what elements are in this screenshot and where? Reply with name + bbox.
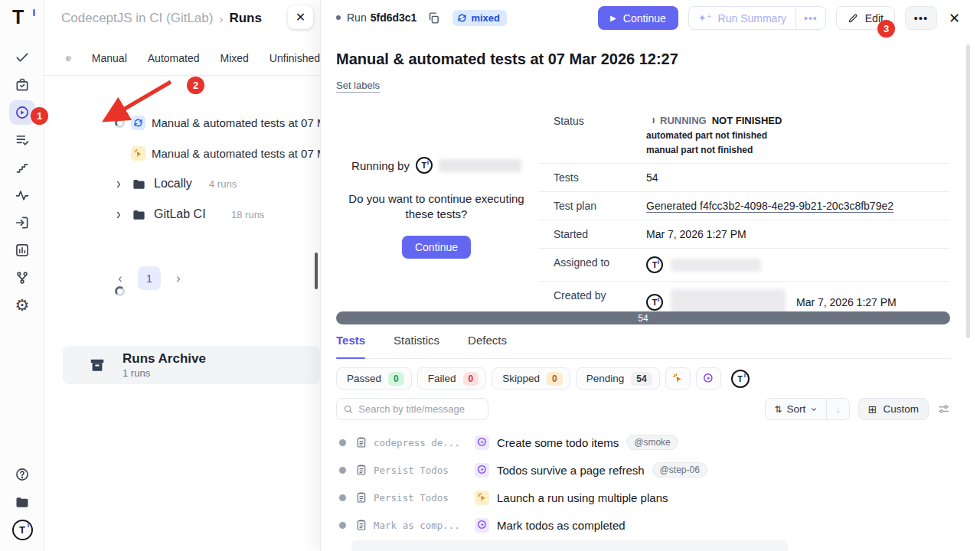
sidebar-item-test-plans[interactable] xyxy=(9,73,35,97)
test-row[interactable]: codepress de... Create some todo items @… xyxy=(336,429,965,456)
test-tag[interactable]: @smoke xyxy=(626,435,678,450)
more-actions-button[interactable]: ••• xyxy=(905,6,937,30)
pulse-icon xyxy=(15,187,30,203)
filter-automated-type[interactable] xyxy=(696,367,721,390)
run-summary-more-icon[interactable]: ••• xyxy=(795,7,825,29)
copy-icon xyxy=(427,11,440,24)
avatar: T xyxy=(646,256,663,273)
filter-passed[interactable]: Passed 0 xyxy=(336,367,412,390)
tests-label: Tests xyxy=(538,164,646,191)
page-number[interactable]: 1 xyxy=(138,266,161,290)
automated-icon xyxy=(703,373,714,384)
tab-tests[interactable]: Tests xyxy=(336,334,365,358)
sliders-icon[interactable] xyxy=(937,403,950,416)
run-list-item[interactable]: Manual & automated tests at 07 Mar 202 xyxy=(44,139,320,168)
sidebar-item-help[interactable] xyxy=(9,462,35,487)
automated-icon xyxy=(475,518,489,533)
chevron-down-icon xyxy=(810,406,818,413)
filter-manual-type[interactable] xyxy=(665,367,691,390)
tab-automated[interactable]: Automated xyxy=(148,52,200,64)
run-list-item[interactable]: Manual & automated tests at 07 Mar 202 xyxy=(44,108,320,137)
next-page-icon[interactable]: › xyxy=(172,272,185,285)
sort-direction-button[interactable]: ↓ xyxy=(826,399,849,419)
search-input[interactable] xyxy=(358,403,482,415)
test-title: Create some todo items xyxy=(497,436,619,449)
archive-icon xyxy=(89,357,106,373)
filter-pending[interactable]: Pending 54 xyxy=(576,367,660,390)
runs-archive[interactable]: Runs Archive 1 runs xyxy=(63,346,320,384)
run-id: 5fd6d3c1 xyxy=(371,11,417,24)
set-labels-link[interactable]: Set labels xyxy=(336,80,380,93)
sidebar-item-settings[interactable]: ⚙ xyxy=(9,293,35,318)
steps-icon xyxy=(15,160,30,175)
folder-row-locally[interactable]: › Locally 4 runs xyxy=(44,169,320,198)
chevron-right-icon[interactable]: › xyxy=(116,205,121,223)
folder-row-gitlab-ci[interactable]: › GitLab CI 18 runs xyxy=(44,200,320,229)
tab-manual[interactable]: Manual xyxy=(92,52,127,64)
sidebar-item-steps[interactable] xyxy=(9,155,35,180)
clipboard-icon xyxy=(355,491,368,504)
testomat-logo[interactable]: T xyxy=(12,6,34,28)
mixed-run-icon xyxy=(131,116,145,130)
run-status-spinner-icon xyxy=(115,118,125,128)
status-filter-chips: Passed 0 Failed 0 Skipped 0 Pending 54 T xyxy=(336,367,750,390)
clipboard-icon xyxy=(355,464,368,476)
sort-button[interactable]: ⇅ Sort xyxy=(766,399,826,419)
left-panel-scrollbar[interactable] xyxy=(315,253,318,289)
search-input-wrapper xyxy=(336,398,488,420)
test-row[interactable]: Persist Todos Todos survive a page refre… xyxy=(336,456,965,484)
run-progress-bar: 54 xyxy=(336,311,950,324)
continue-button[interactable]: ▶ Continue xyxy=(598,6,678,30)
panel-close-button[interactable]: ✕ xyxy=(288,5,313,29)
manual-cursor-icon xyxy=(672,373,684,384)
run-summary-button[interactable]: ✦⁺ Run Summary ••• xyxy=(688,6,826,30)
filter-failed[interactable]: Failed 0 xyxy=(417,367,486,390)
detail-scrollbar[interactable] xyxy=(966,44,970,338)
sidebar-item-test-cases[interactable] xyxy=(9,128,35,152)
list-check-icon xyxy=(15,132,30,148)
tab-statistics[interactable]: Statistics xyxy=(394,334,439,358)
test-plan-link[interactable]: Generated f4fcc3b2-4098-4e29-9b21-20c3c8… xyxy=(646,200,893,213)
sidebar-item-analytics[interactable] xyxy=(9,238,35,262)
bar-chart-icon xyxy=(15,243,30,258)
test-status-dot xyxy=(339,522,346,529)
filter-assignee-avatar[interactable]: T xyxy=(731,370,750,388)
tab-defects[interactable]: Defects xyxy=(468,334,507,358)
sidebar-item-pulse[interactable] xyxy=(9,183,35,207)
tab-unfinished[interactable]: Unfinished xyxy=(270,52,320,64)
sidebar-item-account[interactable]: T xyxy=(9,517,35,542)
run-title: Manual & automated tests at 07 Mar 202 xyxy=(152,147,320,160)
runs-filter-tabs: Manual Automated Mixed Unfinished xyxy=(44,41,320,76)
folder-icon xyxy=(132,207,146,222)
test-row[interactable]: Mark as comp... Mark todos as completed xyxy=(336,511,965,539)
sidebar-item-checks[interactable] xyxy=(9,45,35,70)
sidebar-item-import[interactable] xyxy=(9,210,35,235)
failed-count: 0 xyxy=(463,372,479,386)
test-row[interactable]: Persist Todos Launch a run using multipl… xyxy=(336,484,965,511)
multi-select-icon[interactable] xyxy=(66,52,71,65)
folder-run-count: 18 runs xyxy=(231,209,264,220)
close-detail-button[interactable]: ✕ xyxy=(947,10,962,27)
test-tag[interactable]: @step-06 xyxy=(652,462,707,478)
spinner-icon xyxy=(646,116,655,125)
sidebar-item-projects[interactable] xyxy=(9,490,35,514)
prev-page-icon[interactable]: ‹ xyxy=(113,272,127,285)
tab-mixed[interactable]: Mixed xyxy=(220,52,248,64)
git-branch-icon xyxy=(15,270,30,285)
sidebar-item-branches[interactable] xyxy=(9,266,35,290)
continue-button[interactable]: Continue xyxy=(402,236,471,259)
run-summary-label: Run Summary xyxy=(718,12,786,24)
filter-skipped[interactable]: Skipped 0 xyxy=(492,367,570,390)
breadcrumb-current: Runs xyxy=(229,11,262,26)
suite-name: Persist Todos xyxy=(374,465,461,476)
chevron-right-icon[interactable]: › xyxy=(116,174,121,193)
progress-count: 54 xyxy=(638,313,648,324)
breadcrumb-project[interactable]: CodeceptJS in CI (GitLab) xyxy=(61,11,213,26)
avatar: T xyxy=(12,520,33,540)
copy-run-id-button[interactable] xyxy=(427,11,440,24)
tests-list: codepress de... Create some todo items @… xyxy=(336,429,965,539)
status-not-finished: NOT FINISHED xyxy=(712,115,782,126)
annotation-badge-2: 2 xyxy=(187,77,204,94)
close-icon: ✕ xyxy=(949,11,960,26)
custom-view-button[interactable]: ⊞ Custom xyxy=(858,398,929,420)
